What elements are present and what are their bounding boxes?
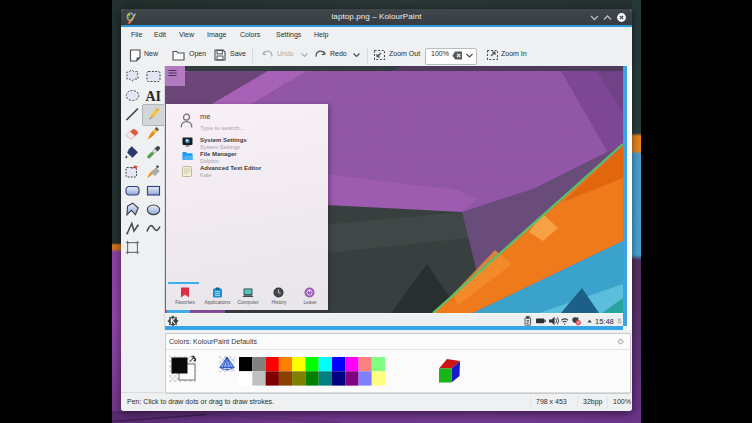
svg-text:AI: AI	[146, 89, 162, 104]
svg-text:15:48: 15:48	[595, 317, 614, 326]
